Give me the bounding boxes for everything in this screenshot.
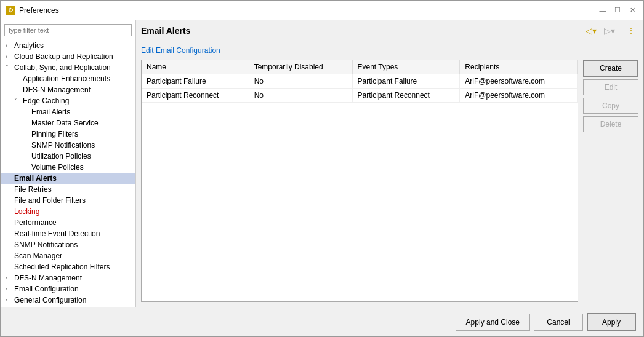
tree-item-label: SNMP Notifications — [31, 141, 95, 149]
preferences-window: ⚙ Preferences — ☐ ✕ ›Analytics›Cloud Bac… — [0, 0, 644, 337]
chevron-icon: › — [6, 275, 12, 281]
toolbar-icons: ◁▾ ▷▾ ⋮ — [582, 24, 638, 38]
cell-event-types: Participant Failure — [352, 74, 460, 89]
tree-item-realtime-event[interactable]: Real-time Event Detection — [1, 228, 135, 239]
chevron-icon: › — [6, 54, 12, 60]
menu-button[interactable]: ⋮ — [624, 24, 638, 38]
table-row[interactable]: Participant FailureNoParticipant Failure… — [142, 74, 578, 89]
main-content: ›Analytics›Cloud Backup and Replication˅… — [1, 20, 643, 307]
tree-item-label: Email Alerts — [31, 108, 70, 116]
tree-item-general-configuration[interactable]: ›General Configuration — [1, 295, 135, 306]
cell-temporarily-disabled: No — [249, 74, 352, 89]
cell-recipients: AriF@peersoftware.com — [460, 74, 578, 89]
tree-item-label: Real-time Event Detection — [14, 229, 100, 238]
tree-item-dfs-n-mgmt-child[interactable]: DFS-N Management — [1, 84, 135, 95]
tree-item-snmp-notifications-sub[interactable]: SNMP Notifications — [1, 140, 135, 151]
right-content: Edit Email Configuration Name Temporaril… — [136, 41, 643, 307]
tree-item-label: Application Enhancements — [23, 74, 110, 83]
cancel-button[interactable]: Cancel — [534, 314, 583, 331]
right-toolbar: Email Alerts ◁▾ ▷▾ ⋮ — [136, 20, 643, 41]
filter-input[interactable] — [4, 24, 132, 36]
tree-item-label: DFS-N Management — [23, 85, 91, 94]
tree-item-label: General Configuration — [14, 296, 86, 304]
tree-item-scheduled-replication[interactable]: Scheduled Replication Filters — [1, 261, 135, 272]
tree-item-label: Performance — [14, 218, 57, 227]
tree-item-label: Collab, Sync, and Replication — [14, 63, 111, 72]
col-temporarily-disabled: Temporarily Disabled — [249, 60, 352, 74]
tree-item-label: DFS-N Management — [14, 274, 82, 282]
table-container: Name Temporarily Disabled Event Types Re… — [141, 60, 578, 302]
delete-button[interactable]: Delete — [583, 116, 638, 132]
tree-item-label: File Retries — [14, 185, 52, 194]
edit-button[interactable]: Edit — [583, 79, 638, 95]
tree-item-label: Scheduled Replication Filters — [14, 263, 110, 271]
tree-item-edge-caching[interactable]: ˅Edge Caching — [1, 95, 135, 106]
cell-temporarily-disabled: No — [249, 89, 352, 103]
bottom-bar: Apply and Close Cancel Apply — [1, 307, 643, 336]
cell-recipients: AriF@peersoftware.com — [460, 89, 578, 103]
col-name: Name — [142, 60, 249, 74]
tree-item-file-retries[interactable]: File Retries — [1, 184, 135, 195]
tree-panel: ›Analytics›Cloud Backup and Replication˅… — [1, 40, 135, 307]
chevron-icon: › — [6, 286, 12, 292]
cell-name: Participant Reconnect — [142, 89, 249, 103]
tree-item-locking[interactable]: Locking — [1, 206, 135, 217]
tree-item-label: Volume Policies — [31, 163, 84, 172]
tree-item-master-data-service[interactable]: Master Data Service — [1, 117, 135, 129]
panel-title: Email Alerts — [141, 26, 190, 36]
tree-item-label: Locking — [14, 207, 39, 216]
tree-item-label: SNMP Notifications — [14, 240, 78, 249]
tree-item-label: File and Folder Filters — [14, 196, 86, 205]
tree-item-email-configuration[interactable]: ›Email Configuration — [1, 283, 135, 295]
tree-item-scan-manager[interactable]: Scan Manager — [1, 250, 135, 261]
cell-name: Participant Failure — [142, 74, 249, 89]
tree-item-label: Pinning Filters — [31, 130, 78, 138]
tree-item-dfs-n-management[interactable]: ›DFS-N Management — [1, 272, 135, 283]
minimize-button[interactable]: — — [597, 4, 609, 17]
chevron-icon: › — [6, 42, 12, 49]
tree-item-utilization-policies[interactable]: Utilization Policies — [1, 151, 135, 162]
tree-item-label: Utilization Policies — [31, 152, 91, 161]
title-bar-left: ⚙ Preferences — [6, 6, 59, 15]
tree-item-email-alerts-sub[interactable]: Email Alerts — [1, 106, 135, 117]
window-controls: — ☐ ✕ — [597, 4, 638, 17]
maximize-button[interactable]: ☐ — [611, 4, 624, 17]
tree-item-label: Master Data Service — [31, 119, 99, 127]
table-row[interactable]: Participant ReconnectNoParticipant Recon… — [142, 89, 578, 103]
tree-item-volume-policies[interactable]: Volume Policies — [1, 162, 135, 173]
tree-item-label: Email Configuration — [14, 285, 79, 293]
tree-item-performance[interactable]: Performance — [1, 217, 135, 228]
tree-item-label: Cloud Backup and Replication — [14, 52, 113, 61]
action-buttons: Create Edit Copy Delete — [583, 60, 638, 302]
edit-email-config-link[interactable]: Edit Email Configuration — [141, 46, 638, 55]
tree-item-app-enhancements[interactable]: Application Enhancements — [1, 73, 135, 84]
create-button[interactable]: Create — [583, 60, 638, 77]
apply-close-button[interactable]: Apply and Close — [456, 314, 530, 331]
back-button[interactable]: ◁▾ — [582, 24, 600, 38]
tree-item-label: Edge Caching — [23, 97, 69, 105]
col-event-types: Event Types — [352, 60, 460, 74]
window-title: Preferences — [19, 6, 59, 15]
close-button[interactable]: ✕ — [626, 4, 638, 17]
chevron-icon: ˅ — [14, 98, 20, 104]
tree-item-label: Email Alerts — [14, 174, 57, 183]
col-recipients: Recipients — [460, 60, 578, 74]
tree-item-email-alerts-main[interactable]: Email Alerts — [1, 173, 135, 184]
chevron-icon: ˅ — [6, 65, 12, 71]
title-bar: ⚙ Preferences — ☐ ✕ — [1, 1, 643, 20]
cell-event-types: Participant Reconnect — [352, 89, 460, 103]
tree-item-label: Analytics — [14, 41, 44, 50]
toolbar-separator — [621, 25, 621, 36]
tree-item-file-folder-filters[interactable]: File and Folder Filters — [1, 195, 135, 206]
tree-item-analytics[interactable]: ›Analytics — [1, 40, 135, 51]
tree-item-snmp-notifications[interactable]: SNMP Notifications — [1, 239, 135, 250]
table-header: Name Temporarily Disabled Event Types Re… — [142, 60, 578, 74]
email-alerts-table: Name Temporarily Disabled Event Types Re… — [142, 60, 578, 103]
apply-button[interactable]: Apply — [587, 313, 636, 331]
tree-item-pinning-filters[interactable]: Pinning Filters — [1, 129, 135, 140]
tree-item-cloud-backup[interactable]: ›Cloud Backup and Replication — [1, 51, 135, 62]
tree-item-collab[interactable]: ˅Collab, Sync, and Replication — [1, 62, 135, 73]
copy-button[interactable]: Copy — [583, 98, 638, 114]
chevron-icon: › — [6, 297, 12, 303]
forward-button[interactable]: ▷▾ — [601, 24, 618, 38]
